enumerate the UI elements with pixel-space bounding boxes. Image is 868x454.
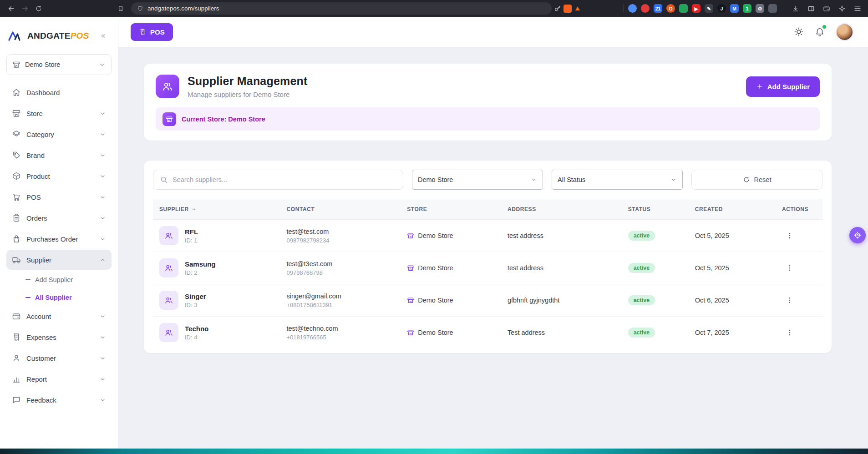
sidebar-item-label: Customer (26, 354, 56, 362)
page-header-card: Supplier Management Manage suppliers for… (144, 64, 832, 141)
password-key-icon[interactable] (552, 3, 563, 15)
sidebar-item-purchases-order[interactable]: Purchases Order (6, 229, 112, 249)
topbar-actions (794, 23, 853, 41)
store-selector[interactable]: Demo Store (6, 54, 112, 75)
warning-icon[interactable] (572, 3, 584, 15)
suppliers-icon-tile (156, 75, 179, 98)
search-icon (160, 176, 168, 184)
sidebar-item-brand[interactable]: Brand (6, 145, 112, 165)
supplier-row: TechnoID: 4test@techno.com+01819766565De… (153, 317, 822, 349)
video-extension-icon[interactable]: ▶ (692, 4, 700, 13)
sort-asc-icon (191, 207, 197, 212)
chevron-down-icon (99, 110, 106, 117)
supplier-phone: 0987982798234 (286, 237, 394, 244)
brave-shields-icon[interactable] (563, 5, 572, 13)
collapse-sidebar-button[interactable] (97, 30, 110, 42)
sidebar-item-report[interactable]: Report (6, 369, 112, 389)
topbar: POS (118, 17, 868, 47)
sidebar-item-account[interactable]: Account (6, 306, 112, 326)
supplier-id: ID: 1 (185, 237, 198, 244)
extension-icon-4[interactable]: O (666, 4, 675, 13)
sidebar-item-expenses[interactable]: Expenses (6, 327, 112, 347)
sidebar-item-supplier[interactable]: Supplier (6, 250, 112, 270)
row-actions-button[interactable] (782, 262, 797, 274)
hamburger-menu-icon (853, 5, 862, 13)
sidebar-subitem-label: All Supplier (35, 294, 72, 301)
sun-icon (794, 27, 804, 37)
theme-toggle-button[interactable] (794, 27, 804, 37)
browser-reload-button[interactable] (32, 2, 46, 15)
extension-icon-5[interactable] (679, 4, 688, 13)
ai-assistant-button[interactable] (836, 3, 848, 15)
notifications-button[interactable] (815, 27, 825, 37)
store-filter-select[interactable]: Demo Store (412, 170, 543, 190)
row-actions-button[interactable] (782, 294, 797, 307)
sidebar-subitem-add-supplier[interactable]: Add Supplier (6, 271, 112, 288)
app-logo (8, 30, 24, 42)
sidebar-item-orders[interactable]: Orders (6, 208, 112, 228)
users-icon (164, 263, 173, 272)
downloads-button[interactable] (790, 3, 802, 15)
wallet-icon (823, 5, 830, 12)
sidebar-item-dashboard[interactable]: Dashboard (6, 82, 112, 102)
supplier-avatar (159, 291, 178, 310)
status-badge: active (628, 263, 655, 273)
browser-menu-button[interactable] (852, 3, 863, 15)
status-filter-select[interactable]: All Status (552, 170, 683, 190)
store-icon (166, 116, 173, 123)
store-icon (12, 61, 20, 69)
chevron-down-icon (99, 215, 106, 222)
bookmarks-icon[interactable] (114, 2, 127, 15)
split-view-button[interactable] (805, 3, 817, 15)
extension-icon-8[interactable]: J (717, 4, 726, 13)
sidebar-item-pos[interactable]: POS (6, 187, 112, 207)
extension-icon-10[interactable]: 1 (743, 4, 751, 13)
current-store-banner: Current Store: Demo Store (156, 107, 820, 131)
dots-vertical-icon (786, 296, 794, 304)
supplier-address: Test address (508, 329, 545, 336)
search-suppliers-input[interactable] (173, 176, 396, 183)
row-actions-button[interactable] (782, 229, 797, 242)
chevron-down-icon (99, 152, 106, 159)
address-bar[interactable]: andgatepos.com/suppliers (131, 2, 552, 15)
puzzle-extensions-icon[interactable]: ⚙ (756, 4, 764, 13)
table-header-row: SUPPLIERCONTACTSTOREADDRESSSTATUSCREATED… (153, 199, 822, 220)
floating-settings-button[interactable] (849, 227, 866, 243)
sidebar-item-store[interactable]: Store (6, 103, 112, 123)
row-actions-button[interactable] (782, 326, 797, 339)
user-avatar[interactable] (836, 23, 853, 41)
dots-vertical-icon (786, 328, 794, 337)
receipt-icon (12, 333, 21, 342)
column-header-supplier[interactable]: SUPPLIER (153, 199, 280, 220)
browser-back-button[interactable] (5, 2, 18, 15)
sidebar-item-customer[interactable]: Customer (6, 348, 112, 368)
sidebar-item-product[interactable]: Product (6, 166, 112, 186)
wallet-button[interactable] (821, 3, 832, 15)
shields-counter-icon[interactable]: 21 (654, 4, 662, 13)
add-supplier-button[interactable]: Add Supplier (746, 76, 820, 97)
supplier-avatar (159, 258, 178, 277)
supplier-id: ID: 2 (185, 269, 216, 276)
browser-forward-button[interactable] (18, 2, 32, 15)
extension-icon-2[interactable] (641, 4, 650, 13)
chevron-down-icon (99, 313, 106, 320)
store-icon (407, 232, 414, 239)
notes-extension-icon[interactable]: ✎ (705, 4, 713, 13)
browser-chrome: andgatepos.com/suppliers 21O▶✎JM1⚙ (0, 0, 868, 17)
extension-icon-1[interactable] (628, 4, 637, 13)
chevron-down-icon (99, 397, 106, 404)
pos-button[interactable]: POS (131, 23, 173, 41)
chevron-down-icon (670, 177, 677, 183)
reset-filters-button[interactable]: Reset (691, 170, 822, 190)
supplier-email: test@t3est.com (286, 260, 394, 267)
layers-icon (12, 130, 21, 139)
extension-icon-9[interactable]: M (730, 4, 739, 13)
supplier-email: singer@gmail.com (286, 293, 394, 300)
notification-dot (822, 25, 826, 29)
extension-icon-12[interactable] (768, 4, 777, 13)
filter-row: Demo Store All Status Reset (153, 170, 822, 190)
sidebar-item-feedback[interactable]: Feedback (6, 390, 112, 410)
sidebar-item-category[interactable]: Category (6, 124, 112, 144)
supplier-store: Demo Store (418, 232, 453, 239)
sidebar-subitem-all-supplier[interactable]: All Supplier (6, 288, 112, 306)
